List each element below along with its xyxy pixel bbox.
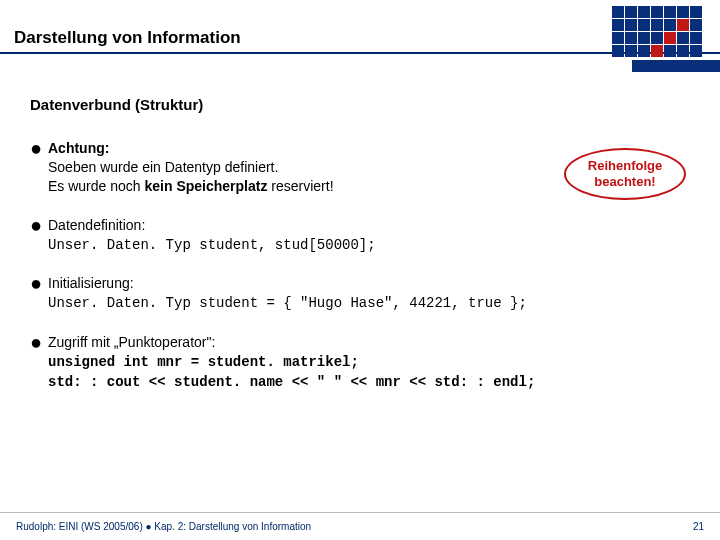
page-number: 21 [693,521,704,532]
bullet-text: reserviert! [267,178,333,194]
bullet-text: Soeben wurde ein Datentyp definiert. [48,159,278,175]
bullet-heading: Achtung: [48,140,109,156]
callout-text: Reihenfolge [588,158,662,173]
bullet-icon: ● [30,333,48,349]
code-line: unsigned int mnr = student. matrikel; [48,354,359,370]
slide-content: Datenverbund (Struktur) ● Achtung: Soebe… [0,56,720,392]
bullet-icon: ● [30,139,48,155]
bullet-text: Es wurde noch [48,178,145,194]
bullet-heading: Initialisierung: [48,275,134,291]
code-line: Unser. Daten. Typ student, stud[50000]; [48,237,376,253]
slide-footer: Rudolph: EINI (WS 2005/06) ● Kap. 2: Dar… [0,512,720,540]
bullet-heading: Zugriff mit „Punktoperator": [48,334,215,350]
bullet-icon: ● [30,274,48,290]
callout-oval: Reihenfolge beachten! [564,148,686,200]
slide-subtitle: Datenverbund (Struktur) [30,96,690,113]
list-item: ● Initialisierung: Unser. Daten. Typ stu… [30,274,690,313]
bullet-icon: ● [30,216,48,232]
bullet-heading: Datendefinition: [48,217,145,233]
callout-text: beachten! [594,174,655,189]
code-line: std: : cout << student. name << " " << m… [48,374,535,390]
list-item: ● Datendefinition: Unser. Daten. Typ stu… [30,216,690,255]
code-line: Unser. Daten. Typ student = { "Hugo Hase… [48,295,527,311]
footer-text: Rudolph: EINI (WS 2005/06) ● Kap. 2: Dar… [16,521,311,532]
list-item: ● Zugriff mit „Punktoperator": unsigned … [30,333,690,392]
slide-header: Darstellung von Information [0,0,720,56]
slide-title: Darstellung von Information [14,28,241,48]
bullet-text-bold: kein Speicherplatz [145,178,268,194]
